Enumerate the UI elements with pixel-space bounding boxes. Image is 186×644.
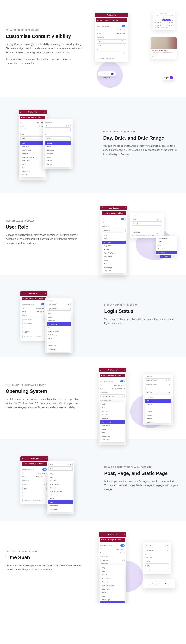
dropdown-item[interactable]: Page: [20, 162, 45, 166]
dropdown-item[interactable]: Page: [100, 591, 125, 594]
dropdown-item[interactable]: Day: [46, 312, 71, 316]
select[interactable]: Day: [20, 132, 45, 136]
dropdown-item[interactable]: Time Span: [48, 508, 73, 511]
dropdown-item[interactable]: Date: [102, 237, 126, 240]
select[interactable]: Time Span⎘: [100, 559, 125, 562]
dropdown-item[interactable]: Operating System: [48, 490, 73, 493]
dropdown-item[interactable]: Thursday: [45, 152, 71, 156]
select[interactable]: Date: [20, 136, 45, 140]
select[interactable]: Logged In: [22, 330, 46, 334]
dropdown-item[interactable]: Date: [100, 570, 125, 573]
select[interactable]: Login Status: [22, 322, 46, 325]
select[interactable]: Operating System⎘✕: [145, 378, 171, 382]
dropdown-item[interactable]: Friday: [45, 156, 71, 159]
dropdown-item[interactable]: Contributor: [156, 247, 177, 250]
dropdown-item[interactable]: Operating System: [46, 330, 71, 333]
dropdown-item[interactable]: Author: [156, 244, 177, 247]
dropdown-item[interactable]: User Role: [102, 240, 126, 244]
select[interactable]: Post⎘✕: [48, 463, 73, 466]
dropdown-item[interactable]: Static Page: [102, 265, 126, 269]
select[interactable]: Operating System▾: [145, 382, 171, 386]
dropdown-item[interactable]: Login Status: [100, 413, 125, 417]
select[interactable]: Role⎘✕: [132, 218, 162, 222]
select[interactable]: Day▾: [45, 128, 71, 132]
dropdown-item[interactable]: Editor: [156, 240, 177, 244]
dropdown-item[interactable]: Post: [48, 500, 73, 504]
dropdown-item[interactable]: Operating System: [20, 156, 45, 159]
dropdown-item[interactable]: Static Page: [46, 344, 71, 347]
dropdown-item[interactable]: Page: [102, 258, 126, 262]
dropdown-item[interactable]: User Role: [46, 319, 71, 322]
dropdown-item[interactable]: Subscriber: [156, 250, 177, 254]
dropdown-item[interactable]: Tuesday: [45, 145, 71, 148]
dropdown-item[interactable]: Sunday: [45, 162, 71, 166]
dropdown-item[interactable]: Saturday: [45, 159, 71, 162]
dropdown-item[interactable]: Browser: [20, 152, 45, 156]
toggle[interactable]: [122, 25, 126, 27]
select[interactable]: Post▾: [97, 44, 126, 47]
dropdown-item[interactable]: Static Page: [100, 598, 125, 602]
toggle[interactable]: [42, 468, 46, 471]
dropdown-item[interactable]: Post: [100, 594, 125, 598]
dropdown-item[interactable]: User Role: [100, 573, 125, 577]
dropdown-item[interactable]: Administrator: [156, 236, 177, 240]
dropdown-item[interactable]: Page: [100, 427, 125, 431]
dropdown-item[interactable]: Browser: [102, 248, 126, 251]
time-min[interactable]: 00: [157, 582, 162, 586]
dropdown-item[interactable]: Monday: [45, 141, 71, 145]
dropdown-item[interactable]: Date: [100, 406, 125, 410]
select[interactable]: Post: [22, 487, 46, 490]
dropdown-item[interactable]: Operating System: [100, 420, 125, 424]
dropdown-item[interactable]: Date Range: [46, 333, 71, 337]
dropdown-item[interactable]: Date: [48, 476, 73, 479]
dropdown-item[interactable]: Login Status: [100, 577, 125, 580]
select[interactable]: Login Status⎘✕: [46, 303, 71, 306]
dropdown-item[interactable]: Day: [48, 472, 73, 476]
dropdown-item[interactable]: Post: [102, 262, 126, 265]
time-picker[interactable]: 12 : 00 PM: [143, 580, 175, 588]
toggle[interactable]: [120, 380, 125, 382]
dropdown-item[interactable]: Date Range: [100, 587, 125, 591]
dropdown-item[interactable]: Date: [46, 316, 71, 319]
add-btn[interactable]: + CONDITION AS ANOTHER: [22, 335, 43, 338]
dropdown-item[interactable]: Post: [100, 431, 125, 434]
dropdown-item[interactable]: User Role: [20, 145, 45, 148]
promo-link[interactable]: Read More: [152, 56, 175, 57]
subscribe-btn[interactable]: Subscribe: [160, 254, 171, 258]
select[interactable]: User Role: [102, 228, 126, 232]
dropdown-item[interactable]: Operating System: [100, 584, 125, 587]
select[interactable]: ▾: [97, 52, 126, 55]
dropdown-item[interactable]: Login Status: [48, 482, 73, 486]
add-btn[interactable]: + CONDITION AS ANOTHER: [22, 499, 43, 502]
time-ampm[interactable]: PM: [163, 582, 169, 586]
toggle[interactable]: [121, 218, 126, 220]
dropdown-item[interactable]: Wednesday: [45, 148, 71, 152]
select[interactable]: Monday▾: [45, 136, 71, 140]
dropdown-item[interactable]: User Role: [48, 479, 73, 482]
dropdown-item[interactable]: Post: [20, 166, 45, 170]
dropdown-item[interactable]: Time Span: [102, 269, 126, 272]
offer-button[interactable]: Get Offer Now›: [98, 72, 116, 76]
dropdown-item[interactable]: Android: [145, 417, 171, 420]
dropdown-item[interactable]: Linux: [145, 406, 171, 410]
dropdown-item[interactable]: Static Page: [48, 504, 73, 508]
dropdown-item[interactable]: BlackBerry: [145, 420, 171, 423]
add-condition-btn[interactable]: + CONDITION AS ANOTHER: [97, 57, 117, 60]
select[interactable]: 12:00⌄: [145, 560, 169, 564]
dropdown-item[interactable]: Date Range: [48, 493, 73, 497]
select[interactable]: Post▾: [48, 467, 73, 471]
dropdown-item[interactable]: Ubuntu: [145, 410, 171, 413]
dropdown-item[interactable]: Browser: [48, 486, 73, 490]
dropdown-item[interactable]: Browser: [100, 580, 125, 584]
dropdown-item[interactable]: Time Span: [100, 602, 125, 603]
dropdown-item[interactable]: Login Status: [46, 322, 71, 326]
select[interactable]: Day⎘✕: [45, 124, 71, 128]
select[interactable]: Time Span▾: [145, 548, 169, 552]
login-chip[interactable]: Login👤: [163, 75, 175, 80]
select[interactable]: User Role▾: [132, 222, 162, 226]
dropdown-item[interactable]: Mac OS: [145, 403, 171, 406]
dropdown-item[interactable]: Time Span: [100, 438, 125, 442]
dropdown-item[interactable]: Time Span: [20, 173, 45, 177]
select[interactable]: Post⎘✕: [97, 40, 126, 43]
dropdown-item[interactable]: Page: [46, 337, 71, 340]
